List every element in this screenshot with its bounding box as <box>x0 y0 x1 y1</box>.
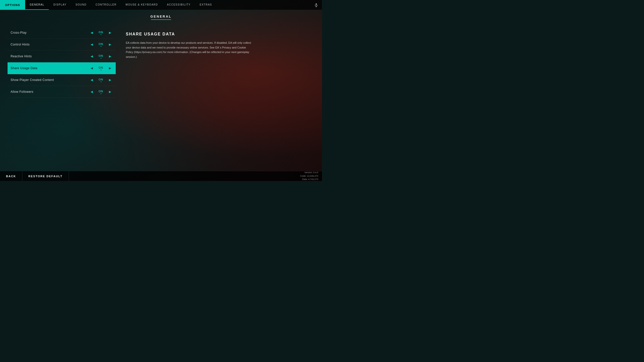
dot1 <box>101 81 101 82</box>
tab-accessibility[interactable]: ACCESSIBILITY <box>163 0 195 10</box>
setting-control-control-hints: ◀ ON ▶ <box>89 42 113 47</box>
value-dots-share-usage-data <box>101 70 101 70</box>
header: OPTIONS GENERAL DISPLAY SOUND CONTROLLER… <box>0 0 322 10</box>
tab-mouse-keyboard[interactable]: MOUSE & KEYBOARD <box>121 0 162 10</box>
value-dots-cross-play <box>101 34 101 35</box>
main-content: Cross-Play ◀ ON ▶ Control Hints ◀ ON <box>0 22 322 169</box>
setting-control-reactive-hints: ◀ ON ▶ <box>89 54 113 59</box>
setting-control-show-player-content: ◀ ON ▶ <box>89 78 113 82</box>
header-right <box>310 0 322 10</box>
dot1 <box>101 34 101 35</box>
setting-label-share-usage-data: Share Usage Data <box>11 66 89 70</box>
arrow-right-show-player-content[interactable]: ▶ <box>107 78 113 82</box>
arrow-left-share-usage-data[interactable]: ◀ <box>89 66 94 70</box>
arrow-left-show-player-content[interactable]: ◀ <box>89 78 94 82</box>
nav-tabs: GENERAL DISPLAY SOUND CONTROLLER MOUSE &… <box>25 0 310 10</box>
page-title-area: GENERAL <box>0 10 322 22</box>
tab-general[interactable]: GENERAL <box>25 0 49 10</box>
arrow-right-share-usage-data[interactable]: ▶ <box>107 66 113 70</box>
page-title: GENERAL <box>0 15 322 18</box>
setting-label-reactive-hints: Reactive Hints <box>11 55 89 58</box>
svg-rect-0 <box>316 3 317 5</box>
options-label: OPTIONS <box>5 4 20 7</box>
setting-value-show-player-content: ON <box>97 78 105 82</box>
arrow-left-allow-followers[interactable]: ◀ <box>89 89 94 94</box>
setting-label-allow-followers: Allow Followers <box>11 90 89 94</box>
setting-value-cross-play: ON <box>97 31 105 35</box>
setting-value-share-usage-data: ON <box>97 66 105 70</box>
tab-display[interactable]: DISPLAY <box>49 0 71 10</box>
page-title-underline <box>151 19 171 20</box>
footer: BACK RESTORE DEFAULT Version: 0.4.0 Code… <box>0 171 322 181</box>
settings-list: Cross-Play ◀ ON ▶ Control Hints ◀ ON <box>8 27 116 164</box>
setting-label-cross-play: Cross-Play <box>11 31 89 34</box>
version-info: Version: 0.4.0 Code: 14,046,470 Data: 4,… <box>296 171 322 181</box>
dot1 <box>101 46 101 47</box>
arrow-left-cross-play[interactable]: ◀ <box>89 30 94 35</box>
setting-value-allow-followers: ON <box>97 90 105 94</box>
value-dots-control-hints <box>101 46 101 47</box>
setting-row-reactive-hints[interactable]: Reactive Hints ◀ ON ▶ <box>8 51 116 62</box>
tab-sound[interactable]: SOUND <box>71 0 91 10</box>
dot1 <box>101 58 101 59</box>
setting-value-control-hints: ON <box>97 42 105 47</box>
setting-row-cross-play[interactable]: Cross-Play ◀ ON ▶ <box>8 27 116 39</box>
arrow-right-cross-play[interactable]: ▶ <box>107 30 113 35</box>
arrow-right-reactive-hints[interactable]: ▶ <box>107 54 113 59</box>
setting-control-allow-followers: ◀ ON ▶ <box>89 89 113 94</box>
dot1 <box>101 93 101 94</box>
tab-controller[interactable]: CONTROLLER <box>91 0 121 10</box>
version-line1: Version: 0.4.0 <box>304 171 318 174</box>
info-panel: SHARE USAGE DATA EA collects data from y… <box>123 27 314 164</box>
arrow-left-reactive-hints[interactable]: ◀ <box>89 54 94 59</box>
back-button[interactable]: BACK <box>0 171 22 181</box>
setting-control-cross-play: ◀ ON ▶ <box>89 30 113 35</box>
setting-label-control-hints: Control Hints <box>11 43 89 46</box>
setting-row-share-usage-data[interactable]: Share Usage Data ◀ ON ▶ <box>8 62 116 74</box>
setting-row-allow-followers[interactable]: Allow Followers ◀ ON ▶ <box>8 86 116 98</box>
setting-row-show-player-content[interactable]: Show Player Created Content ◀ ON ▶ <box>8 74 116 86</box>
value-dots-reactive-hints <box>101 58 101 59</box>
arrow-right-control-hints[interactable]: ▶ <box>107 42 113 47</box>
restore-default-button[interactable]: RESTORE DEFAULT <box>22 171 69 181</box>
setting-value-reactive-hints: ON <box>97 54 105 59</box>
options-tab[interactable]: OPTIONS <box>0 0 25 10</box>
arrow-right-allow-followers[interactable]: ▶ <box>107 89 113 94</box>
info-text: EA collects data from your device to dev… <box>126 40 252 59</box>
arrow-left-control-hints[interactable]: ◀ <box>89 42 94 47</box>
value-dots-show-player-content <box>101 81 101 82</box>
version-line3: Data: 4,743,273 <box>302 178 318 181</box>
version-line2: Code: 14,046,470 <box>300 174 318 178</box>
tab-extras[interactable]: EXTRAS <box>195 0 217 10</box>
dot1 <box>101 70 101 70</box>
setting-row-control-hints[interactable]: Control Hints ◀ ON ▶ <box>8 39 116 51</box>
mic-icon <box>314 3 318 7</box>
info-title: SHARE USAGE DATA <box>126 32 314 36</box>
setting-label-show-player-content: Show Player Created Content <box>11 78 89 82</box>
setting-control-share-usage-data: ◀ ON ▶ <box>89 66 113 70</box>
value-dots-allow-followers <box>101 93 101 94</box>
